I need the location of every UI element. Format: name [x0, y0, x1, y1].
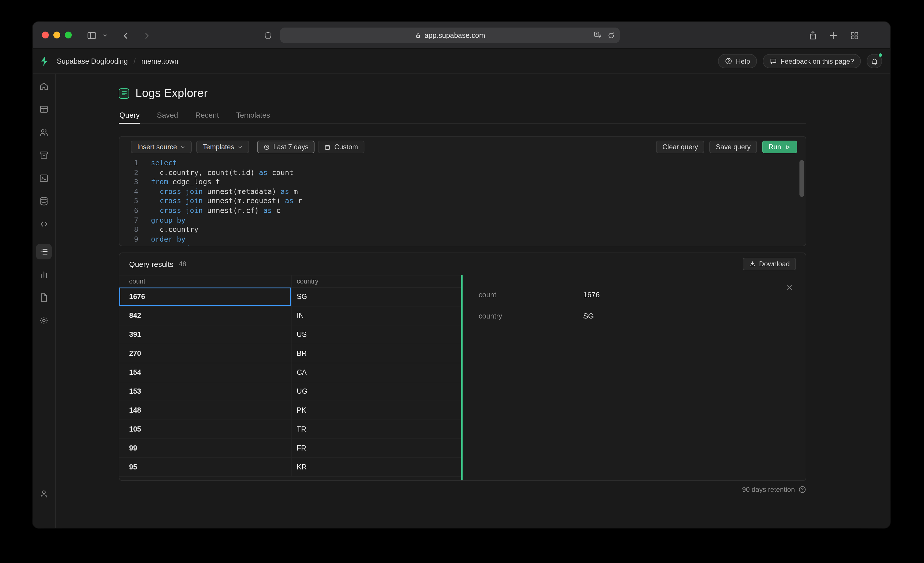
forward-button[interactable]: [140, 29, 153, 42]
results-table: count country 1676 SG 842 IN 391 US 270 …: [119, 275, 463, 480]
cell-count[interactable]: 95: [119, 458, 291, 476]
new-tab-icon[interactable]: [827, 29, 840, 42]
notifications-button[interactable]: [867, 54, 882, 68]
browser-window: app.supabase.com: [33, 22, 890, 528]
line-number: 10: [119, 244, 138, 246]
cell-count[interactable]: 154: [119, 363, 291, 381]
cell-country[interactable]: CA: [291, 363, 461, 381]
cell-country[interactable]: TR: [291, 420, 461, 438]
table-row[interactable]: 1676 SG: [119, 288, 461, 306]
browser-toolbar: app.supabase.com: [33, 22, 890, 49]
cell-country[interactable]: IN: [291, 306, 461, 325]
question-circle-icon[interactable]: [798, 485, 806, 494]
line-code: select: [151, 158, 177, 168]
tab-recent[interactable]: Recent: [195, 108, 219, 123]
address-bar[interactable]: app.supabase.com: [280, 27, 620, 43]
traffic-lights: [42, 32, 72, 39]
cell-count[interactable]: 270: [119, 344, 291, 363]
cell-count[interactable]: 842: [119, 306, 291, 325]
cell-count[interactable]: 105: [119, 420, 291, 438]
zoom-window-button[interactable]: [65, 32, 72, 39]
speech-bubble-icon: [770, 57, 777, 65]
chevron-down-icon[interactable]: [101, 29, 109, 42]
cell-count[interactable]: 1676: [119, 288, 291, 306]
query-toolbar: Insert source Templates: [119, 137, 806, 157]
url-text: app.supabase.com: [424, 31, 485, 39]
table-row[interactable]: 105 TR: [119, 420, 461, 439]
cell-count[interactable]: 99: [119, 439, 291, 457]
tab-overview-icon[interactable]: [848, 29, 861, 42]
cell-country[interactable]: PK: [291, 401, 461, 419]
back-button[interactable]: [119, 29, 132, 42]
privacy-shield-icon[interactable]: [262, 29, 274, 42]
tab-saved[interactable]: Saved: [156, 108, 179, 123]
table-editor-icon[interactable]: [36, 102, 52, 117]
detail-label: country: [478, 312, 583, 320]
table-row[interactable]: 842 IN: [119, 306, 461, 326]
cell-country[interactable]: SG: [291, 288, 461, 306]
storage-icon[interactable]: [36, 147, 52, 163]
close-icon[interactable]: [786, 284, 793, 291]
table-row[interactable]: 270 BR: [119, 344, 461, 363]
settings-icon[interactable]: [36, 313, 52, 328]
share-icon[interactable]: [806, 29, 819, 42]
help-circle-icon: [725, 57, 732, 65]
table-row[interactable]: 391 US: [119, 326, 461, 344]
tab-query[interactable]: Query: [119, 108, 140, 124]
cell-count[interactable]: 148: [119, 401, 291, 419]
close-window-button[interactable]: [42, 32, 49, 39]
clear-query-button[interactable]: Clear query: [656, 141, 705, 153]
auth-users-icon[interactable]: [36, 125, 52, 140]
translate-icon[interactable]: [593, 31, 602, 40]
editor-line: 8 c.country: [119, 225, 806, 234]
cell-country[interactable]: UG: [291, 382, 461, 401]
save-query-button[interactable]: Save query: [710, 141, 757, 153]
home-icon[interactable]: [36, 79, 52, 94]
line-number: 6: [119, 206, 138, 216]
supabase-logo-icon[interactable]: [33, 56, 56, 66]
cell-country[interactable]: KR: [291, 458, 461, 476]
account-icon[interactable]: [36, 486, 52, 501]
desktop: app.supabase.com: [0, 0, 924, 563]
cell-country[interactable]: US: [291, 326, 461, 344]
editor-line: 4 cross join unnest(metadata) as m: [119, 187, 806, 197]
download-button[interactable]: Download: [742, 258, 796, 270]
line-number: 7: [119, 216, 138, 225]
sidebar-toggle-icon[interactable]: [86, 29, 98, 42]
feedback-button[interactable]: Feedback on this page?: [763, 54, 861, 68]
results-rows: 1676 SG 842 IN 391 US 270 BR 154 CA 153 …: [119, 288, 461, 477]
detail-field: country SG: [478, 305, 792, 327]
results-count: 48: [179, 260, 186, 268]
cell-count[interactable]: 391: [119, 326, 291, 344]
table-row[interactable]: 99 FR: [119, 439, 461, 458]
cell-count[interactable]: 153: [119, 382, 291, 401]
table-row[interactable]: 95 KR: [119, 458, 461, 477]
reports-icon[interactable]: [36, 267, 52, 282]
column-header-country[interactable]: country: [291, 275, 461, 287]
docs-icon[interactable]: [36, 290, 52, 305]
editor-scrollbar[interactable]: [800, 160, 804, 197]
breadcrumb-org[interactable]: Supabase Dogfooding: [57, 57, 128, 65]
run-query-button[interactable]: Run: [762, 141, 797, 153]
table-row[interactable]: 153 UG: [119, 382, 461, 401]
cell-country[interactable]: BR: [291, 344, 461, 363]
breadcrumb-project[interactable]: meme.town: [141, 57, 178, 65]
editor-line: 1 select: [119, 158, 806, 168]
column-header-count[interactable]: count: [119, 275, 291, 287]
database-icon[interactable]: [36, 194, 52, 209]
custom-range-button[interactable]: Custom: [318, 141, 364, 153]
sql-editor-icon[interactable]: [36, 170, 52, 186]
help-button[interactable]: Help: [718, 54, 757, 68]
tab-templates[interactable]: Templates: [236, 108, 271, 123]
last-7-days-button[interactable]: Last 7 days: [257, 141, 315, 153]
table-row[interactable]: 148 PK: [119, 401, 461, 420]
cell-country[interactable]: FR: [291, 439, 461, 457]
sql-editor[interactable]: 1 select 2 c.country, count(t.id) as cou…: [119, 157, 806, 246]
api-icon[interactable]: [36, 216, 52, 232]
logs-explorer-nav-icon[interactable]: [36, 244, 52, 260]
templates-dropdown[interactable]: Templates: [196, 141, 249, 153]
table-row[interactable]: 154 CA: [119, 363, 461, 382]
reload-icon[interactable]: [607, 31, 615, 39]
insert-source-dropdown[interactable]: Insert source: [131, 141, 192, 153]
minimize-window-button[interactable]: [53, 32, 60, 39]
